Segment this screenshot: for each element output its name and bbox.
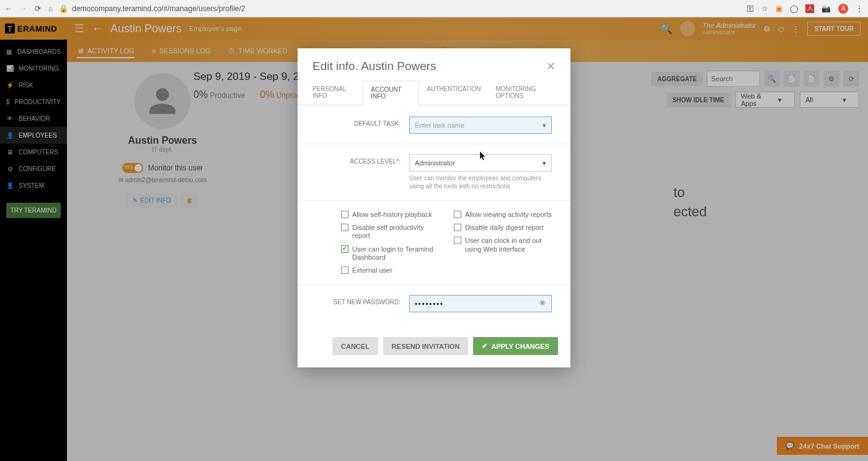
checkbox-disable-self-productivity-repo[interactable]: Disable self productivity report bbox=[341, 224, 439, 240]
nav-home-icon[interactable]: ⌂ bbox=[48, 4, 53, 13]
apply-changes-button[interactable]: ✔APPLY CHANGES bbox=[473, 337, 558, 355]
checkbox-icon bbox=[454, 237, 461, 244]
checkbox-icon bbox=[341, 211, 348, 218]
star-icon[interactable]: ☆ bbox=[761, 4, 768, 13]
url-text: democompany.teramind.co/#/manage/users/p… bbox=[72, 4, 245, 13]
chevron-down-icon: ▾ bbox=[542, 159, 546, 167]
checkbox-icon bbox=[454, 224, 461, 231]
password-label: SET NEW PASSWORD: bbox=[316, 295, 409, 305]
checkbox-user-can-clock-in-and-out-usin[interactable]: User can clock in and out using Web inte… bbox=[454, 237, 552, 253]
access-level-help: User can monitor the employees and compu… bbox=[409, 174, 552, 190]
ext-icon-1[interactable]: ▣ bbox=[776, 4, 782, 13]
checkbox-disable-daily-digest-report[interactable]: Disable daily digest report bbox=[454, 224, 552, 232]
check-icon: ✔ bbox=[482, 342, 487, 350]
checkbox-icon bbox=[341, 266, 348, 274]
access-level-label: ACCESS LEVEL*: bbox=[316, 154, 409, 165]
ext-icon-4[interactable]: 📷 bbox=[822, 4, 831, 13]
access-level-select[interactable]: Administrator ▾ bbox=[409, 154, 552, 172]
ext-icon-3[interactable]: 人 bbox=[805, 4, 814, 13]
checkbox-icon: ✔ bbox=[341, 245, 348, 253]
nav-back-icon[interactable]: ← bbox=[5, 4, 12, 13]
modal-tab-authentication[interactable]: AUTHENTICATION bbox=[419, 81, 488, 105]
lock-icon: 🔒 bbox=[59, 4, 68, 13]
checkbox-external-user[interactable]: External user bbox=[341, 266, 439, 274]
checkbox-user-can-login-to-teramind-das[interactable]: ✔User can login to Teramind Dashboard bbox=[341, 245, 439, 261]
chevron-down-icon: ▾ bbox=[542, 121, 546, 130]
close-icon[interactable]: ✕ bbox=[546, 59, 556, 73]
edit-info-modal: Edit info. Austin Powers ✕ PERSONAL INFO… bbox=[298, 48, 570, 367]
modal-tabs: PERSONAL INFOACCOUNT INFOAUTHENTICATIONM… bbox=[298, 81, 570, 105]
modal-title: Edit info. Austin Powers bbox=[312, 59, 436, 73]
key-icon[interactable]: ⚿ bbox=[746, 4, 754, 13]
nav-forward-icon[interactable]: → bbox=[20, 4, 27, 13]
checkbox-icon bbox=[454, 211, 461, 218]
nav-reload-icon[interactable]: ⟳ bbox=[35, 4, 41, 13]
checkbox-icon bbox=[341, 224, 348, 231]
browser-chrome: ← → ⟳ ⌂ 🔒 democompany.teramind.co/#/mana… bbox=[0, 0, 868, 17]
menu-dots-icon[interactable]: ⋮ bbox=[856, 4, 863, 13]
modal-tab-monitoring-options[interactable]: MONITORING OPTIONS bbox=[488, 81, 563, 105]
resend-invitation-button[interactable]: RESEND INVITATION bbox=[383, 337, 469, 355]
default-task-label: DEFAULT TASK: bbox=[316, 116, 409, 127]
cancel-button[interactable]: CANCEL bbox=[332, 337, 378, 355]
profile-avatar-icon[interactable]: A bbox=[838, 4, 848, 14]
password-input[interactable] bbox=[409, 295, 552, 312]
modal-tab-account-info[interactable]: ACCOUNT INFO bbox=[363, 81, 419, 105]
ext-icon-2[interactable]: ◯ bbox=[790, 4, 798, 13]
checkbox-allow-self-history-playback[interactable]: Allow self-history playback bbox=[341, 211, 439, 219]
checkbox-allow-viewing-activity-reports[interactable]: Allow viewing activity reports bbox=[454, 211, 552, 219]
eye-icon[interactable]: 👁 bbox=[539, 299, 547, 308]
modal-tab-personal-info[interactable]: PERSONAL INFO bbox=[305, 81, 363, 105]
default-task-select[interactable]: Enter task name ▾ bbox=[409, 116, 552, 134]
